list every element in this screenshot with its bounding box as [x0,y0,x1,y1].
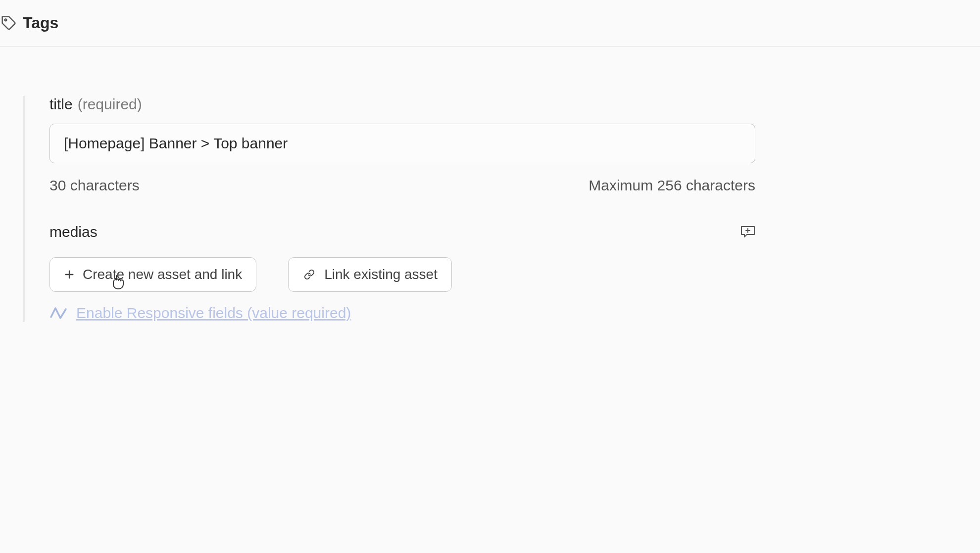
medias-header: medias [49,224,755,240]
title-required-label: (required) [78,96,142,113]
tags-header: Tags [0,0,980,46]
title-max-chars: Maximum 256 characters [588,177,755,194]
create-asset-button[interactable]: Create new asset and link [49,257,256,292]
medias-label: medias [49,224,98,240]
link-icon [302,269,316,280]
add-comment-icon[interactable] [740,226,755,238]
title-input[interactable] [49,124,755,163]
responsive-link-label: Enable Responsive fields (value required… [76,305,351,322]
create-asset-label: Create new asset and link [83,267,242,282]
wave-icon [49,306,68,320]
enable-responsive-link[interactable]: Enable Responsive fields (value required… [49,305,351,322]
page-title: Tags [23,14,58,32]
link-asset-button[interactable]: Link existing asset [288,257,452,292]
title-label-row: title (required) [49,96,755,113]
svg-point-0 [4,19,6,21]
tag-icon [1,15,17,31]
title-field: title (required) 30 characters Maximum 2… [49,96,755,194]
medias-button-row: Create new asset and link Link existing … [49,257,755,292]
medias-field: medias Create new asset and link [49,224,755,322]
title-meta: 30 characters Maximum 256 characters [49,177,755,194]
title-char-count: 30 characters [49,177,140,194]
title-label: title [49,96,73,113]
form-content: title (required) 30 characters Maximum 2… [23,96,755,322]
link-asset-label: Link existing asset [324,267,438,282]
plus-icon [64,269,75,280]
